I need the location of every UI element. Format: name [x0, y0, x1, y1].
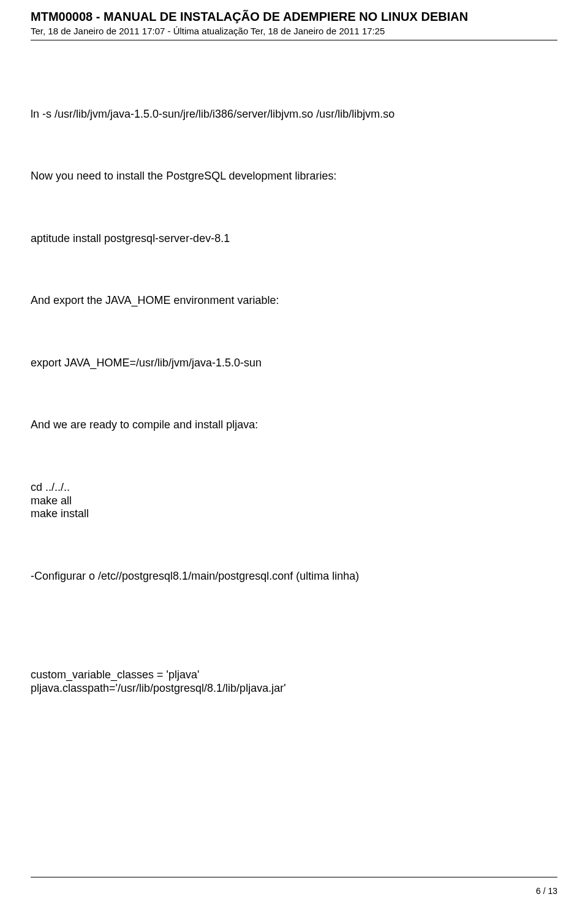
- body-line: custom_variable_classes = 'pljava': [31, 669, 557, 682]
- body-line: make install: [31, 507, 557, 521]
- body-line: make all: [31, 494, 557, 508]
- body-line: export JAVA_HOME=/usr/lib/jvm/java-1.5.0…: [31, 357, 557, 370]
- doc-title: MTM00008 - MANUAL DE INSTALAÇÃO DE ADEMP…: [31, 9, 557, 24]
- body-line: And we are ready to compile and install …: [31, 419, 557, 432]
- body-block: custom_variable_classes = 'pljava' pljav…: [31, 669, 557, 695]
- body-block: cd ../../.. make all make install: [31, 481, 557, 521]
- body-line: ln -s /usr/lib/jvm/java-1.5.0-sun/jre/li…: [31, 108, 557, 121]
- doc-body: ln -s /usr/lib/jvm/java-1.5.0-sun/jre/li…: [31, 108, 557, 695]
- header-divider: [31, 40, 557, 40]
- footer-divider: [31, 877, 557, 877]
- body-line: pljava.classpath='/usr/lib/postgresql/8.…: [31, 682, 557, 695]
- page-number: 6 / 13: [536, 886, 557, 896]
- body-line: -Configurar o /etc//postgresql8.1/main/p…: [31, 570, 557, 583]
- body-line: cd ../../..: [31, 481, 557, 494]
- body-line: Now you need to install the PostgreSQL d…: [31, 170, 557, 183]
- doc-dates: Ter, 18 de Janeiro de 2011 17:07 - Últim…: [31, 25, 557, 37]
- body-line: aptitude install postgresql-server-dev-8…: [31, 232, 557, 246]
- body-line: And export the JAVA_HOME environment var…: [31, 294, 557, 308]
- page-header: MTM00008 - MANUAL DE INSTALAÇÃO DE ADEMP…: [31, 9, 557, 40]
- document-page: MTM00008 - MANUAL DE INSTALAÇÃO DE ADEMP…: [0, 0, 588, 913]
